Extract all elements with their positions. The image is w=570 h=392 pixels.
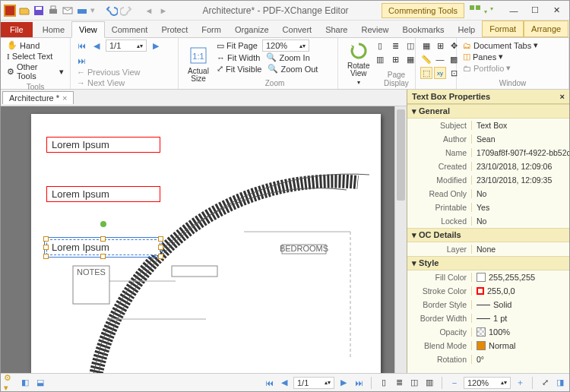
- thin-lines-icon[interactable]: —: [434, 53, 446, 65]
- grid-icon[interactable]: ▦: [420, 40, 432, 52]
- page-number-input[interactable]: 1/1▴▾: [106, 40, 147, 52]
- last-page-icon[interactable]: ⏭: [75, 55, 87, 67]
- tab-bookmarks[interactable]: Bookmarks: [396, 22, 451, 37]
- sb-twocont-icon[interactable]: ▥: [423, 377, 435, 389]
- tab-view[interactable]: View: [71, 21, 105, 38]
- maximize-button[interactable]: ☐: [525, 3, 545, 18]
- resize-handle[interactable]: [100, 254, 106, 259]
- fit-visible[interactable]: ⤢Fit Visible: [215, 63, 263, 74]
- tab-home[interactable]: Home: [36, 22, 71, 37]
- textbox-annotation[interactable]: Lorem Ipsum: [46, 186, 160, 202]
- next-page-icon[interactable]: ▶: [150, 40, 162, 52]
- prop-printable[interactable]: Yes: [471, 203, 569, 212]
- tab-comment[interactable]: Comment: [105, 22, 155, 37]
- save-icon[interactable]: [33, 5, 45, 17]
- sb-two-icon[interactable]: ◫: [408, 377, 420, 389]
- nav-fwd-icon[interactable]: ►: [157, 5, 169, 17]
- sb-zoomin-icon[interactable]: ＋: [514, 377, 526, 389]
- rulers-icon[interactable]: 📏: [420, 53, 432, 65]
- resize-handle[interactable]: [43, 245, 49, 250]
- panes[interactable]: ◫Panes ▾: [461, 51, 564, 62]
- tab-arrange[interactable]: Arrange: [524, 21, 568, 37]
- prop-borderstyle[interactable]: Solid: [471, 300, 569, 309]
- section-style[interactable]: ▾ Style: [407, 256, 569, 270]
- doc-tabs[interactable]: 🗂Document Tabs ▾: [461, 40, 564, 51]
- rotation-handle[interactable]: [100, 221, 106, 227]
- open-icon[interactable]: [18, 5, 30, 17]
- prop-borderwidth[interactable]: 1 pt: [471, 314, 569, 323]
- fit-width[interactable]: ↔Fit Width: [215, 52, 261, 63]
- tab-protect[interactable]: Protect: [154, 22, 195, 37]
- vertical-scrollbar[interactable]: [394, 106, 407, 373]
- quicklaunch-icon[interactable]: [483, 5, 495, 17]
- prop-fillcolor[interactable]: 255,255,255: [471, 273, 569, 282]
- section-general[interactable]: ▾ General: [407, 104, 569, 119]
- actual-size-button[interactable]: 1:1 Actual Size: [182, 40, 215, 87]
- minimize-button[interactable]: ―: [504, 3, 524, 18]
- print-icon[interactable]: [47, 5, 59, 17]
- two-cont-icon[interactable]: ▥: [374, 53, 386, 65]
- panel-left-icon[interactable]: ◧: [19, 377, 31, 389]
- panel-bottom-icon[interactable]: ⬓: [34, 377, 46, 389]
- file-tab[interactable]: File: [1, 22, 33, 37]
- redo-icon[interactable]: [120, 5, 132, 17]
- other-tools[interactable]: ⚙Other Tools ▾: [5, 62, 65, 81]
- sb-panel-right-icon[interactable]: ◨: [554, 377, 566, 389]
- tab-share[interactable]: Share: [318, 22, 354, 37]
- fit-page[interactable]: ▭Fit Page: [215, 40, 259, 52]
- prop-locked[interactable]: No: [471, 217, 569, 226]
- sb-zoomout-icon[interactable]: −: [448, 377, 461, 389]
- single-page-icon[interactable]: ▯: [374, 40, 386, 52]
- ui-options-icon[interactable]: [469, 5, 481, 17]
- prop-subject[interactable]: Text Box: [471, 121, 569, 130]
- sb-next-icon[interactable]: ▶: [337, 377, 350, 389]
- previous-view[interactable]: ←Previous View: [75, 67, 173, 77]
- layout-icon[interactable]: ⊞: [389, 53, 401, 65]
- tab-form[interactable]: Form: [195, 22, 228, 37]
- first-page-icon[interactable]: ⏮: [75, 40, 87, 52]
- xy-icon[interactable]: xy: [434, 67, 446, 79]
- prop-layer[interactable]: None: [471, 245, 569, 254]
- resize-handle[interactable]: [158, 236, 163, 242]
- guides-icon[interactable]: ⊞: [434, 40, 446, 52]
- resize-handle[interactable]: [158, 245, 163, 250]
- sb-page-input[interactable]: 1/1▴▾: [293, 377, 334, 389]
- zoom-input[interactable]: 120%▴▾: [262, 40, 309, 52]
- resize-handle[interactable]: [43, 254, 49, 259]
- hand-tool[interactable]: ✋Hand: [5, 40, 65, 51]
- props-close-icon[interactable]: ×: [560, 92, 565, 101]
- prop-author[interactable]: Sean: [471, 134, 569, 144]
- sb-single-icon[interactable]: ▯: [378, 377, 390, 389]
- resize-handle[interactable]: [158, 254, 163, 259]
- sb-last-icon[interactable]: ⏭: [353, 377, 365, 389]
- section-oc[interactable]: ▾ OC Details: [407, 228, 569, 242]
- tab-organize[interactable]: Organize: [228, 22, 276, 37]
- tab-close-icon[interactable]: ×: [62, 93, 67, 103]
- rotate-view-button[interactable]: Rotate View▾: [343, 40, 374, 87]
- undo-icon[interactable]: [106, 5, 118, 17]
- next-view[interactable]: →Next View: [75, 77, 173, 88]
- show-icon[interactable]: ⬚: [420, 67, 432, 79]
- textbox-annotation[interactable]: Lorem Ipsum: [46, 137, 160, 153]
- document-canvas[interactable]: BEDROOMS LIVING ROOM NOTES Lorem Ipsum L…: [1, 106, 394, 373]
- options-icon[interactable]: ⚙ ▾: [4, 377, 16, 389]
- resize-handle[interactable]: [43, 236, 49, 242]
- prop-strokecolor[interactable]: 255,0,0: [471, 286, 569, 296]
- scan-icon[interactable]: [76, 5, 88, 17]
- tab-format[interactable]: Format: [482, 21, 524, 37]
- prop-name[interactable]: 1709af8f-907f-4922-bb52cea3e4...: [471, 148, 569, 157]
- select-text-tool[interactable]: ISelect Text: [5, 51, 65, 62]
- tab-convert[interactable]: Convert: [276, 22, 319, 37]
- tab-review[interactable]: Review: [354, 22, 395, 37]
- prop-blendmode[interactable]: Normal: [471, 341, 569, 350]
- nav-back-icon[interactable]: ◄: [143, 5, 155, 17]
- sb-first-icon[interactable]: ⏮: [263, 377, 275, 389]
- zoom-out[interactable]: 🔍Zoom Out: [266, 63, 319, 74]
- sb-prev-icon[interactable]: ◀: [278, 377, 290, 389]
- sb-cont-icon[interactable]: ≣: [393, 377, 405, 389]
- continuous-icon[interactable]: ≣: [389, 40, 401, 52]
- portfolio[interactable]: 🗀Portfolio ▾: [461, 62, 564, 74]
- prop-opacity[interactable]: 100%: [471, 327, 569, 337]
- prop-readonly[interactable]: No: [471, 189, 569, 198]
- prev-page-icon[interactable]: ◀: [90, 40, 103, 52]
